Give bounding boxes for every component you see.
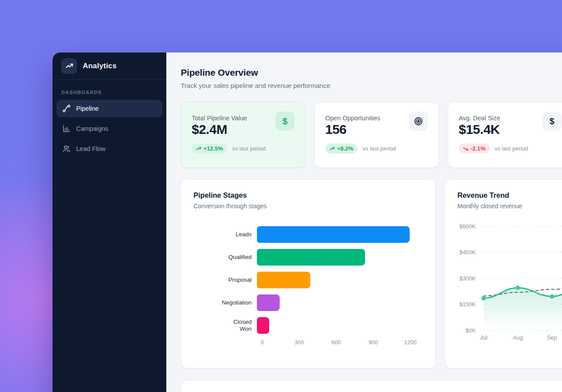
stage-label: Leads [220, 231, 257, 238]
revenue-chart: $600K$450K$300K$150K$0KJulAugSepOct [457, 217, 560, 347]
x-axis-tick: 1200 [404, 339, 417, 346]
stage-bar [257, 272, 310, 288]
y-axis-label: $150K [459, 301, 476, 308]
kpi-delta-row: +12.5% vs last period [192, 144, 295, 154]
trend-up-icon [330, 146, 335, 151]
kpi-top: Total Pipeline Value $2.4M $ [192, 112, 295, 137]
kpi-card-open-opportunities[interactable]: Open Opportunities 156 +8.2% vs last per… [314, 102, 439, 168]
target-icon [414, 116, 423, 126]
kpi-label: Avg. Deal Size [459, 112, 500, 122]
y-axis-label: $0K [466, 327, 476, 334]
stage-label: Negotiation [220, 299, 257, 306]
stage-row: Negotiation [220, 294, 423, 311]
kpi-label: Total Pipeline Value [192, 112, 247, 122]
sidebar-item-label: Pipeline [76, 105, 99, 112]
target-icon [409, 112, 428, 131]
stage-row: Proposal [220, 272, 423, 288]
analytics-logo [61, 58, 77, 74]
stage-bar-track [257, 272, 423, 288]
stage-bar-track [257, 317, 423, 334]
sidebar-item-lead-flow[interactable]: Lead Flow [56, 140, 162, 158]
compare-label: vs last period [232, 145, 266, 152]
sidebar-nav: Pipeline Campaigns Lead Flow [53, 100, 166, 158]
y-axis-label: $300K [459, 275, 476, 282]
bar-chart-icon [62, 124, 71, 133]
kpi-card-total-pipeline-value[interactable]: Total Pipeline Value $2.4M $ +12.5% vs l… [181, 102, 306, 168]
stage-bar [257, 294, 280, 311]
x-axis-tick: 300 [295, 339, 304, 346]
kpi-row: Total Pipeline Value $2.4M $ +12.5% vs l… [181, 102, 562, 168]
y-axis-label: $450K [459, 249, 476, 256]
chart-subtitle: Monthly closed revenue [457, 203, 560, 210]
app-window: Analytics DASHBOARDS Pipeline Campaigns … [53, 52, 562, 392]
stage-label: Proposal [220, 276, 257, 284]
x-axis-tick: 900 [369, 339, 378, 346]
data-point [481, 296, 486, 301]
sidebar-item-label: Campaigns [76, 125, 108, 132]
compare-label: vs last period [362, 145, 396, 152]
stage-row: Leads [220, 226, 423, 243]
x-axis-label: Jul [480, 334, 488, 341]
stage-x-axis: 03006009001200 [262, 339, 423, 347]
users-icon [62, 144, 71, 153]
stage-bar-track [257, 294, 423, 311]
delta-value: +8.2% [337, 145, 353, 152]
revenue-trend-svg: $600K$450K$300K$150K$0KJulAugSepOct [457, 217, 562, 345]
main-content: Pipeline Overview Track your sales pipel… [166, 52, 562, 392]
route-icon [62, 104, 71, 113]
delta-badge: -2.1% [459, 144, 490, 154]
sidebar-section-label: DASHBOARDS [61, 90, 158, 95]
chart-subtitle: Conversion through stages [193, 203, 423, 210]
stage-bar [257, 226, 410, 243]
trending-up-icon [65, 62, 74, 70]
kpi-delta-row: +8.2% vs last period [325, 144, 428, 154]
data-point [516, 286, 520, 290]
delta-value: +12.5% [204, 145, 223, 152]
kpi-delta-row: -2.1% vs last period [459, 144, 562, 154]
revenue-trend-card: Revenue Trend Monthly closed revenue $60… [445, 179, 562, 368]
kpi-value: $2.4M [192, 122, 247, 137]
sidebar-item-label: Lead Flow [76, 145, 105, 152]
stage-row: Qualified [220, 249, 423, 266]
kpi-card-avg-deal-size[interactable]: Avg. Deal Size $15.4K $ -2.1% vs last pe… [448, 102, 562, 168]
sidebar-item-campaigns[interactable]: Campaigns [56, 120, 162, 137]
brand-header: Analytics [53, 52, 166, 80]
stage-bar-track [257, 249, 423, 266]
kpi-value: 156 [325, 122, 380, 137]
kpi-text: Avg. Deal Size $15.4K [459, 112, 500, 137]
stage-bars: LeadsQualifiedProposalNegotiationClosed … [220, 226, 423, 334]
brand-title: Analytics [83, 62, 116, 70]
stage-bar [257, 317, 269, 334]
kpi-top: Avg. Deal Size $15.4K $ [459, 112, 562, 137]
compare-label: vs last period [495, 145, 528, 152]
kpi-top: Open Opportunities 156 [325, 112, 428, 137]
kpi-label: Open Opportunities [325, 112, 380, 122]
x-axis-tick: 600 [331, 339, 341, 346]
pipeline-stages-card: Pipeline Stages Conversion through stage… [181, 179, 436, 368]
charts-row: Pipeline Stages Conversion through stage… [181, 179, 562, 368]
x-axis-tick: 0 [260, 339, 263, 346]
chart-title: Revenue Trend [457, 191, 560, 200]
data-point [550, 294, 554, 299]
delta-badge: +12.5% [192, 144, 227, 154]
kpi-text: Total Pipeline Value $2.4M [192, 112, 247, 137]
stage-label: Qualified [220, 254, 257, 261]
chart-title: Pipeline Stages [193, 191, 423, 200]
delta-badge: +8.2% [325, 144, 358, 154]
page-subtitle: Track your sales pipeline and revenue pe… [181, 82, 562, 89]
partial-bottom-card [181, 380, 562, 392]
dollar-icon: $ [542, 112, 562, 131]
kpi-text: Open Opportunities 156 [325, 112, 380, 137]
page-title: Pipeline Overview [181, 67, 562, 78]
x-axis-label: Sep [547, 334, 557, 341]
stage-row: Closed Won [220, 317, 423, 334]
stage-bar-track [257, 226, 423, 243]
sidebar-item-pipeline[interactable]: Pipeline [56, 100, 162, 117]
x-axis-label: Aug [513, 334, 523, 341]
kpi-value: $15.4K [459, 122, 500, 137]
trend-down-icon [463, 146, 468, 151]
trend-up-icon [196, 146, 201, 151]
y-axis-label: $600K [459, 223, 476, 230]
dollar-icon: $ [275, 112, 295, 131]
stage-label: Closed Won [220, 318, 257, 332]
